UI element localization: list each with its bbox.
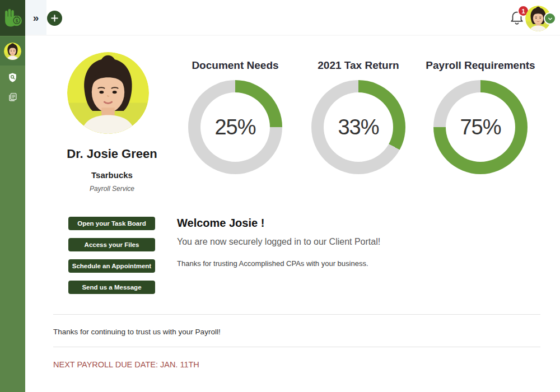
sidebar-expand-button[interactable]: » [25,0,46,35]
donut-title-payroll-requirements: Payroll Requirements [408,59,553,72]
client-portal-screen: » 1 Dr. Josie Green Tsarbucks Payroll Se… [0,0,560,392]
payroll-due-date: NEXT PAYROLL DUE DATE: JAN. 11TH [53,360,199,369]
donut-hole: 33% [324,92,393,162]
plus-icon [50,13,59,23]
hand-money-bag-logo-icon [3,8,23,28]
donut-percent-payroll-requirements: 75% [460,115,501,139]
access-files-button[interactable]: Access your Files [68,238,155,251]
sidebar-item-review[interactable] [0,69,25,86]
donut-percent-document-needs: 25% [214,115,255,139]
profile-name: Dr. Josie Green [25,147,199,161]
donut-chart-payroll-requirements: 75% [433,80,528,174]
shield-search-icon [7,72,18,83]
sidebar-avatar [4,43,21,60]
double-chevron-right-icon: » [33,12,39,23]
schedule-appointment-button[interactable]: Schedule an Appointment [68,259,155,273]
welcome-line1: You are now securely logged in to our Cl… [177,237,380,247]
app-logo-button[interactable] [0,0,25,36]
send-message-button[interactable]: Send us a Message [68,281,155,294]
add-button[interactable] [47,11,62,26]
chevron-down-badge [544,12,556,25]
donut-chart-tax-return: 33% [311,80,405,174]
sidebar-item-documents[interactable] [0,88,25,105]
profile-photo-image [67,52,149,134]
open-task-board-button[interactable]: Open your Task Board [68,217,155,230]
welcome-heading: Welcome Josie ! [177,217,264,230]
sidebar-item-profile[interactable] [0,36,25,66]
profile-photo [67,52,149,134]
documents-icon [7,92,18,102]
divider [53,314,540,315]
profile-service: Payroll Service [25,185,199,193]
user-menu-button[interactable] [525,6,551,31]
payroll-note: Thanks for continuing to trust us with y… [53,328,221,336]
sidebar [0,0,25,392]
profile-company: Tsarbucks [25,170,199,180]
donut-chart-document-needs: 25% [188,80,282,174]
divider [53,347,540,347]
donut-percent-tax-return: 33% [338,115,379,139]
chevron-down-icon [547,15,554,22]
welcome-line2: Thanks for trusting Accomplished CPAs wi… [177,259,368,268]
donut-hole: 75% [446,92,515,162]
donut-hole: 25% [200,92,270,162]
topbar: » 1 [25,0,560,36]
